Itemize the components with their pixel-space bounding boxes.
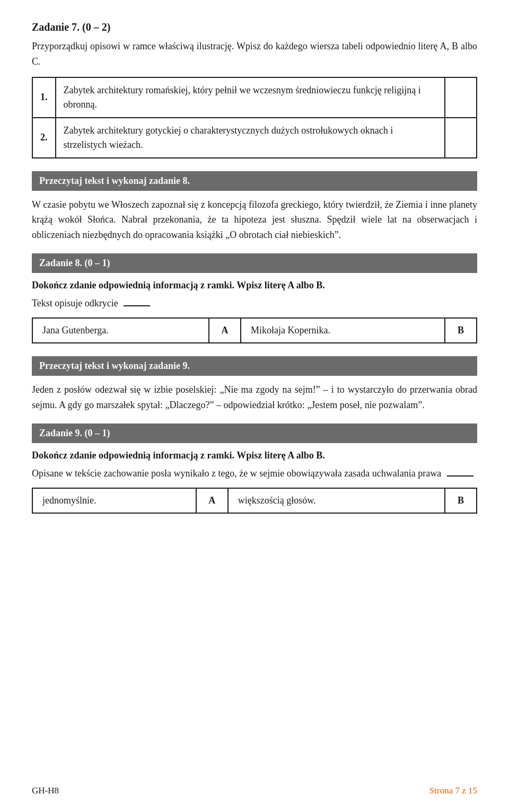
section8-header: Przeczytaj tekst i wykonaj zadanie 8. [32, 171, 477, 191]
section9-text: Jeden z posłów odezwał się w izbie posel… [32, 382, 477, 413]
table-row: 1. Zabytek architektury romańskiej, któr… [32, 77, 477, 118]
answer-row: jednomyślnie. A większością głosów. B [32, 488, 477, 513]
answer-row: Jana Gutenberga. A Mikołaja Kopernika. B [32, 318, 477, 343]
zadanie8-instruction: Dokończ zdanie odpowiednią informacją z … [32, 278, 477, 293]
zadanie8-blank[interactable] [124, 305, 150, 306]
footer-page: Strona 7 z 15 [429, 785, 477, 796]
row2-num: 2. [32, 118, 56, 158]
row1-text: Zabytek architektury romańskiej, który p… [56, 77, 445, 118]
row2-answer[interactable] [445, 118, 477, 158]
table-row: 2. Zabytek architektury gotyckiej o char… [32, 118, 477, 158]
zadanie9-blank[interactable] [447, 475, 473, 476]
task7-instruction: Przyporządkuj opisowi w ramce właściwą i… [32, 39, 477, 69]
option-jana-letter[interactable]: A [209, 318, 241, 343]
page-content: Zadanie 7. (0 – 2) Przyporządkuj opisowi… [32, 21, 477, 514]
zadanie9-tekst-label: Opisane w tekście zachowanie posła wynik… [32, 468, 441, 479]
zadanie8-answer-table: Jana Gutenberga. A Mikołaja Kopernika. B [32, 317, 477, 343]
option-jana-label: Jana Gutenberga. [32, 318, 209, 343]
row2-text: Zabytek architektury gotyckiej o charakt… [56, 118, 445, 158]
task7-title: Zadanie 7. (0 – 2) [32, 21, 477, 33]
zadanie9-answer-table: jednomyślnie. A większością głosów. B [32, 488, 477, 514]
zadanie9-header: Zadanie 9. (0 – 1) [32, 423, 477, 443]
page-footer: GH-H8 Strona 7 z 15 [32, 785, 477, 796]
zadanie9-instruction: Dokończ zdanie odpowiednią informacją z … [32, 448, 477, 463]
footer-code: GH-H8 [32, 785, 59, 796]
zadanie8-header: Zadanie 8. (0 – 1) [32, 253, 477, 273]
row1-answer[interactable] [445, 77, 477, 118]
section8-text: W czasie pobytu we Włoszech zapoznał się… [32, 197, 477, 243]
option-kopernika-label: Mikołaja Kopernika. [241, 318, 445, 343]
option-wiekszoscia-label: większością głosów. [228, 488, 445, 513]
option-jednoMyslnie-letter[interactable]: A [196, 488, 228, 513]
option-kopernika-letter[interactable]: B [445, 318, 477, 343]
option-jednoMyslnie-label: jednomyślnie. [32, 488, 196, 513]
row1-num: 1. [32, 77, 56, 118]
task7-table: 1. Zabytek architektury romańskiej, któr… [32, 77, 477, 158]
option-wiekszoscia-letter[interactable]: B [445, 488, 477, 513]
section9-header: Przeczytaj tekst i wykonaj zadanie 9. [32, 356, 477, 376]
zadanie9-tekst-line: Opisane w tekście zachowanie posła wynik… [32, 468, 477, 479]
zadanie8-tekst-line: Tekst opisuje odkrycie [32, 298, 477, 309]
tekst-label: Tekst opisuje odkrycie [32, 298, 118, 308]
